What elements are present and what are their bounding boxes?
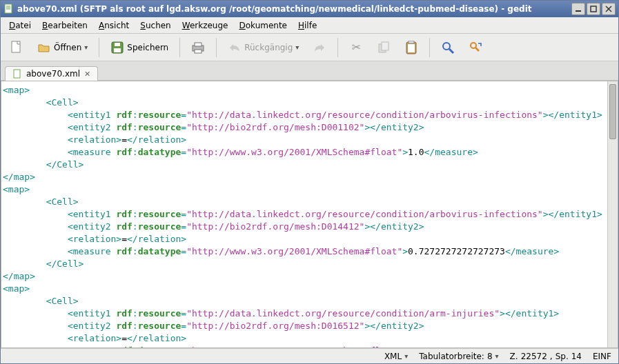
minimize-button[interactable]	[571, 3, 585, 15]
redo-icon	[313, 41, 326, 54]
scissors-icon: ✂	[349, 41, 363, 54]
redo-button[interactable]	[308, 37, 331, 58]
copy-button[interactable]	[372, 37, 395, 58]
open-button[interactable]: Öffnen ▾	[32, 37, 92, 58]
toolbar-separator	[99, 38, 99, 57]
svg-point-19	[471, 43, 476, 48]
svg-rect-11	[195, 50, 202, 53]
tab-bar: above70.xml ✕	[1, 61, 618, 81]
svg-rect-10	[195, 43, 202, 46]
svg-rect-7	[114, 48, 121, 52]
maximize-button[interactable]	[587, 3, 600, 15]
search-icon	[441, 41, 455, 54]
doc-icon	[12, 69, 22, 79]
code-editor[interactable]: <map> <Cell> <entity1 rdf:resource="http…	[1, 81, 618, 347]
statusbar: XML ▾ Tabulatorbreite: 8 ▾ Z. 22572, Sp.…	[1, 348, 618, 363]
status-insert-mode[interactable]: EINF	[593, 352, 611, 361]
chevron-down-icon: ▾	[295, 43, 299, 51]
paste-button[interactable]	[400, 37, 423, 58]
menu-item-datei[interactable]: Datei	[5, 19, 35, 32]
toolbar-separator	[337, 38, 338, 57]
editor-area: <map> <Cell> <entity1 rdf:resource="http…	[1, 81, 618, 348]
app-icon	[3, 3, 14, 14]
status-cursor-pos: Z. 22572, Sp. 14	[510, 352, 582, 361]
menu-item-dokumente[interactable]: Dokumente	[235, 19, 291, 32]
new-doc-button[interactable]	[5, 37, 28, 58]
toolbar-separator	[179, 38, 180, 57]
chevron-down-icon: ▾	[495, 352, 499, 360]
svg-rect-15	[409, 41, 414, 43]
toolbar-separator	[216, 38, 217, 57]
svg-rect-13	[382, 42, 389, 50]
find-replace-icon	[469, 41, 482, 54]
scrollbar-thumb[interactable]	[609, 84, 616, 139]
svg-line-18	[449, 49, 453, 53]
toolbar-separator	[429, 38, 430, 57]
menubar: DateiBearbeitenAnsichtSuchenWerkzeugeDok…	[1, 17, 618, 34]
window-title: above70.xml (SFTP als root auf lgd.aksw.…	[17, 4, 571, 14]
status-language[interactable]: XML ▾	[384, 352, 408, 361]
document-tab[interactable]: above70.xml ✕	[5, 66, 98, 81]
save-label: Speichern	[127, 43, 168, 52]
menu-item-suchen[interactable]: Suchen	[136, 19, 175, 32]
save-icon	[110, 41, 124, 54]
undo-icon	[228, 41, 242, 54]
find-replace-button[interactable]	[464, 37, 487, 58]
folder-open-icon	[37, 41, 51, 54]
menu-item-bearbeiten[interactable]: Bearbeiten	[38, 19, 92, 32]
tab-label: above70.xml	[26, 69, 80, 79]
chevron-down-icon[interactable]: ▾	[84, 43, 88, 51]
open-label: Öffnen	[54, 43, 81, 52]
svg-rect-2	[591, 6, 596, 12]
svg-line-20	[475, 48, 479, 51]
svg-rect-5	[12, 41, 20, 52]
toolbar: Öffnen ▾ Speichern Rückgängig ▾ ✂	[1, 34, 618, 61]
menu-item-hilfe[interactable]: Hilfe	[294, 19, 321, 32]
status-tabwidth[interactable]: Tabulatorbreite: 8 ▾	[419, 352, 498, 361]
new-doc-icon	[10, 41, 23, 54]
undo-button[interactable]: Rückgängig ▾	[223, 37, 304, 58]
undo-label: Rückgängig	[244, 43, 293, 52]
menu-item-ansicht[interactable]: Ansicht	[95, 19, 133, 32]
tab-close-icon[interactable]: ✕	[84, 70, 90, 79]
vertical-scrollbar[interactable]	[607, 81, 618, 347]
print-icon	[191, 41, 205, 54]
copy-icon	[377, 41, 391, 54]
svg-point-17	[443, 43, 450, 50]
menu-item-werkzeuge[interactable]: Werkzeuge	[178, 19, 233, 32]
svg-rect-16	[408, 44, 415, 52]
save-button[interactable]: Speichern	[106, 37, 173, 58]
close-button[interactable]	[602, 3, 616, 15]
print-button[interactable]	[186, 37, 210, 58]
svg-rect-21	[14, 70, 20, 78]
find-button[interactable]	[436, 37, 460, 58]
window-titlebar: above70.xml (SFTP als root auf lgd.aksw.…	[1, 1, 618, 17]
chevron-down-icon: ▾	[404, 352, 408, 360]
svg-rect-8	[115, 43, 120, 46]
clipboard-icon	[404, 41, 418, 54]
cut-button[interactable]: ✂	[344, 37, 368, 58]
